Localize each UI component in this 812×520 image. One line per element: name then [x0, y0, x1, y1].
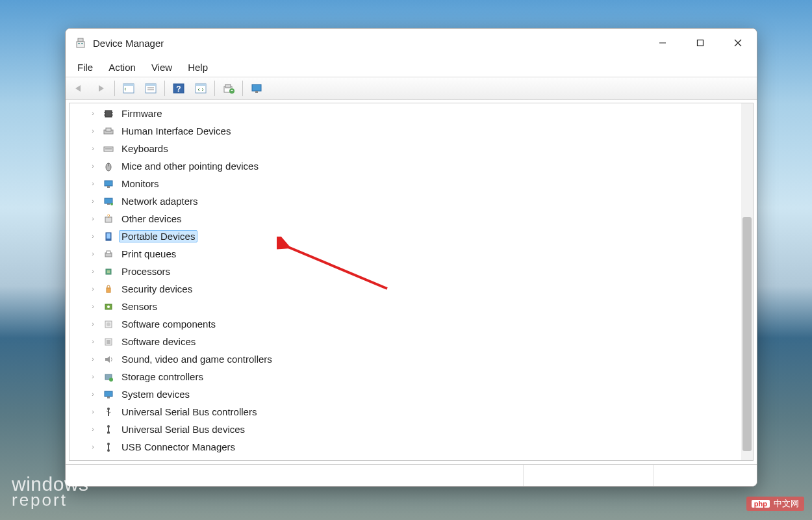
svg-rect-1	[77, 42, 84, 47]
svg-rect-21	[252, 84, 261, 91]
tree-node-label: Universal Serial Bus controllers	[119, 406, 259, 418]
expander-icon[interactable]: ›	[88, 424, 98, 434]
watermark-php: php 中文网	[746, 497, 804, 511]
tree-node[interactable]: ›Processors	[70, 263, 741, 280]
minimize-button[interactable]	[644, 29, 681, 57]
expander-icon[interactable]: ›	[88, 336, 98, 346]
tree-node[interactable]: ›Monitors	[70, 175, 741, 192]
expander-icon[interactable]: ›	[88, 178, 98, 188]
tree-node-label: Network adapters	[119, 195, 201, 207]
tree-node[interactable]: ›Print queues	[70, 245, 741, 263]
tree-node[interactable]: ›Universal Serial Bus devices	[70, 421, 741, 438]
tree-node-label: System devices	[119, 388, 192, 400]
device-tree[interactable]: ›Firmware›Human Interface Devices›Keyboa…	[70, 103, 741, 460]
scrollbar-thumb[interactable]	[742, 217, 752, 451]
expander-icon[interactable]: ›	[88, 301, 98, 311]
tree-node[interactable]: ›System devices	[70, 385, 741, 403]
tree-node[interactable]: ›Portable Devices	[70, 228, 741, 245]
scan-hardware-button[interactable]	[191, 79, 210, 98]
network-icon	[102, 196, 115, 207]
expander-icon[interactable]: ›	[88, 108, 98, 118]
tree-node[interactable]: ›Firmware	[70, 105, 741, 122]
tree-node-label: Security devices	[119, 283, 195, 295]
cpu-icon	[102, 266, 115, 278]
expander-icon[interactable]: ›	[88, 248, 98, 259]
toolbar: ?	[66, 77, 757, 100]
svg-rect-37	[107, 203, 110, 205]
svg-point-61	[107, 425, 110, 428]
hid-icon	[102, 125, 115, 137]
tree-node-label: Storage controllers	[119, 370, 206, 383]
desktop-background: Device Manager File Action View Help	[0, 0, 812, 520]
tree-node[interactable]: ›?Other devices	[70, 210, 741, 228]
maximize-button[interactable]	[681, 29, 719, 57]
keyboard-icon	[102, 143, 115, 155]
expander-icon[interactable]: ›	[88, 318, 98, 329]
tree-node[interactable]: ›Human Interface Devices	[70, 122, 741, 140]
tree-node[interactable]: ›Keyboards	[70, 140, 741, 157]
toolbar-separator	[214, 81, 215, 96]
vertical-scrollbar[interactable]	[741, 103, 753, 460]
svg-rect-57	[107, 396, 110, 398]
svg-rect-5	[698, 40, 704, 46]
expander-icon[interactable]: ›	[88, 231, 98, 241]
status-cell	[653, 465, 757, 486]
svg-rect-47	[107, 288, 110, 292]
menu-help[interactable]: Help	[181, 60, 214, 75]
expander-icon[interactable]: ›	[88, 143, 98, 153]
tree-node[interactable]: ›Mice and other pointing devices	[70, 157, 741, 175]
expander-icon[interactable]: ›	[88, 441, 98, 452]
view-devices-button[interactable]	[247, 79, 266, 98]
usb-icon	[102, 406, 115, 418]
tree-node[interactable]: ›Universal Serial Bus controllers	[70, 403, 741, 421]
svg-point-51	[107, 322, 110, 326]
close-button[interactable]	[719, 29, 757, 57]
expander-icon[interactable]: ›	[88, 371, 98, 382]
monitor-icon	[102, 178, 115, 190]
tree-node[interactable]: ›Software components	[70, 315, 741, 333]
expander-icon[interactable]: ›	[88, 125, 98, 136]
mouse-icon	[102, 161, 115, 172]
tree-node[interactable]: ›Security devices	[70, 280, 741, 298]
svg-rect-42	[107, 233, 110, 239]
svg-rect-56	[105, 391, 112, 396]
svg-point-65	[107, 449, 110, 452]
other-icon: ?	[102, 213, 115, 225]
tree-node[interactable]: ›Sensors	[70, 298, 741, 315]
menu-file[interactable]: File	[71, 60, 99, 75]
expander-icon[interactable]: ›	[88, 266, 98, 276]
expander-icon[interactable]: ›	[88, 161, 98, 171]
update-driver-button[interactable]	[219, 79, 238, 98]
expander-icon[interactable]: ›	[88, 406, 98, 417]
device-manager-icon	[75, 37, 86, 49]
watermark-windows-report: windows report	[12, 474, 89, 508]
expander-icon[interactable]: ›	[88, 389, 98, 399]
portable-icon	[102, 231, 115, 242]
menu-action[interactable]: Action	[102, 60, 142, 75]
expander-icon[interactable]: ›	[88, 354, 98, 364]
tree-node[interactable]: ›USB Connector Managers	[70, 438, 741, 456]
properties-button[interactable]	[141, 79, 160, 98]
tree-node-label: Processors	[119, 265, 173, 278]
printer-icon	[102, 248, 115, 260]
menu-view[interactable]: View	[145, 60, 179, 75]
tree-node[interactable]: ›Sound, video and game controllers	[70, 350, 741, 368]
show-hide-tree-button[interactable]	[119, 79, 138, 98]
help-button[interactable]: ?	[169, 79, 188, 98]
expander-icon[interactable]: ›	[88, 196, 98, 206]
window-controls	[644, 29, 757, 57]
svg-rect-34	[105, 181, 112, 186]
tree-node[interactable]: ›Network adapters	[70, 192, 741, 210]
usb-conn-icon	[102, 441, 115, 453]
expander-icon[interactable]: ›	[88, 213, 98, 224]
back-button[interactable]	[69, 79, 88, 98]
titlebar[interactable]: Device Manager	[66, 29, 757, 57]
expander-icon[interactable]: ›	[88, 283, 98, 294]
tree-node[interactable]: ›Software devices	[70, 333, 741, 350]
svg-rect-19	[225, 84, 231, 88]
tree-node-label: Mice and other pointing devices	[119, 160, 261, 172]
svg-text:?: ?	[176, 84, 181, 94]
tree-node[interactable]: ›Storage controllers	[70, 368, 741, 385]
sound-icon	[102, 354, 115, 365]
forward-button[interactable]	[91, 79, 110, 98]
